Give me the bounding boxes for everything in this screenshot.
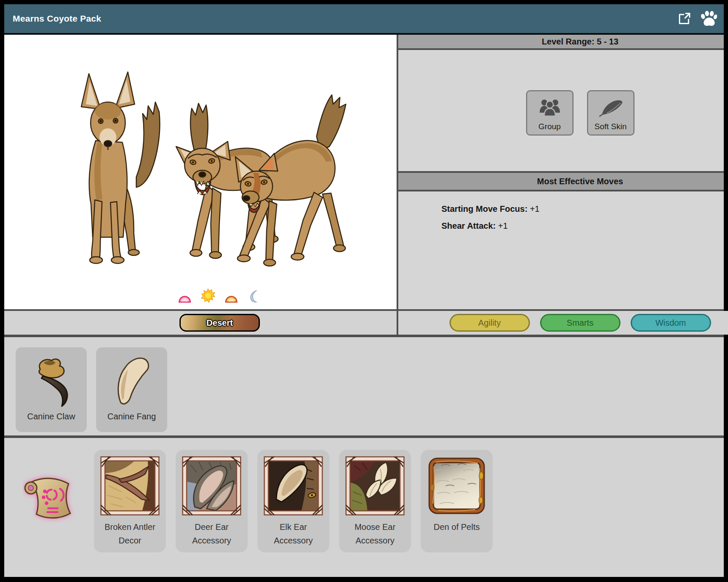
elk-ear-accessory-thumb — [264, 456, 323, 517]
night-icon — [247, 288, 262, 303]
habitat-bar: Desert — [4, 311, 398, 335]
trait-buttons-row: Group Soft Skin — [417, 50, 728, 171]
habitat-desert-button[interactable]: Desert — [179, 314, 260, 332]
paw-icon[interactable] — [699, 10, 717, 28]
canine-claw-icon — [28, 352, 75, 411]
recipes-section: Broken Antler Decor — [4, 438, 724, 577]
creature-illustration-panel — [4, 35, 398, 309]
recipe-label: Den of Pelts — [431, 517, 483, 534]
moose-ear-accessory-thumb — [345, 456, 405, 517]
drops-section: Canine Claw Canine Fang — [4, 337, 724, 438]
move-item: Starting Move Focus: +1 — [441, 204, 713, 214]
broken-antler-decor-thumb — [100, 456, 160, 517]
recipe-card-den-of-pelts[interactable]: Den of Pelts — [421, 450, 493, 552]
recipe-label: Moose Ear Accessory — [339, 517, 411, 547]
move-item: Shear Attack: +1 — [441, 221, 713, 231]
trait-group-button[interactable]: Group — [526, 90, 574, 136]
stat-pill-agility[interactable]: Agility — [449, 314, 530, 332]
creature-window: Mearns Coyote Pack — [4, 4, 724, 577]
most-effective-moves-header: Most Effective Moves — [398, 171, 724, 191]
drop-label: Canine Fang — [108, 412, 156, 421]
external-link-icon[interactable] — [676, 10, 693, 28]
drop-label: Canine Claw — [27, 412, 75, 421]
feather-icon — [598, 97, 624, 119]
recipe-scroll-icon[interactable] — [23, 473, 77, 524]
sunset-icon — [224, 288, 238, 303]
trait-label: Group — [538, 122, 561, 131]
creature-stats-panel: Level Range: 5 - 13 Group — [398, 35, 724, 309]
day-icon — [201, 288, 215, 303]
stat-pills-row: Agility Smarts Wisdom — [417, 311, 728, 335]
drop-card-canine-fang[interactable]: Canine Fang — [96, 347, 167, 432]
recipe-cards-row: Broken Antler Decor — [94, 438, 493, 552]
stat-pill-wisdom[interactable]: Wisdom — [631, 314, 711, 332]
canine-fang-icon — [108, 352, 155, 411]
title-bar: Mearns Coyote Pack — [4, 4, 724, 35]
page-title: Mearns Coyote Pack — [13, 14, 101, 24]
drop-card-canine-claw[interactable]: Canine Claw — [16, 347, 87, 432]
trait-label: Soft Skin — [594, 122, 626, 131]
recipe-label: Broken Antler Decor — [94, 517, 166, 547]
deer-ear-accessory-thumb — [182, 456, 241, 517]
stat-pill-smarts[interactable]: Smarts — [540, 314, 620, 332]
recipe-label: Elk Ear Accessory — [257, 517, 329, 547]
active-times-row — [177, 288, 262, 303]
level-range-header: Level Range: 5 - 13 — [398, 35, 724, 50]
moves-list: Starting Move Focus: +1 Shear Attack: +1 — [398, 191, 724, 309]
trait-soft-skin-button[interactable]: Soft Skin — [587, 90, 634, 136]
recipe-card-deer-ear-accessory[interactable]: Deer Ear Accessory — [176, 450, 248, 552]
coyote-pack-illustration — [63, 59, 347, 273]
group-icon — [539, 97, 561, 119]
recipe-label: Deer Ear Accessory — [176, 517, 248, 547]
den-of-pelts-thumb — [427, 456, 486, 517]
recipe-card-moose-ear-accessory[interactable]: Moose Ear Accessory — [339, 450, 411, 552]
recipe-card-elk-ear-accessory[interactable]: Elk Ear Accessory — [257, 450, 329, 552]
recipe-card-broken-antler-decor[interactable]: Broken Antler Decor — [94, 450, 166, 552]
sunrise-icon — [177, 288, 192, 303]
